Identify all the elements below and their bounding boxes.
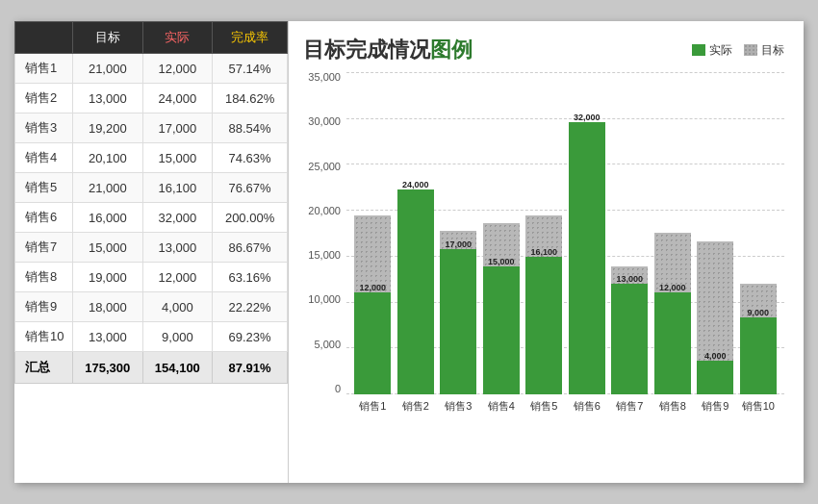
row-name: 销售10 — [15, 322, 73, 352]
x-label: 销售10 — [740, 394, 777, 418]
bar-actual-label: 16,100 — [530, 247, 557, 257]
y-label-0: 0 — [335, 384, 341, 394]
row-target: 19,200 — [73, 113, 143, 143]
row-actual: 9,000 — [142, 322, 213, 352]
x-labels: 销售1销售2销售3销售4销售5销售6销售7销售8销售9销售10 — [346, 394, 784, 418]
row-rate: 74.63% — [213, 143, 288, 173]
bar-wrapper: 13,000 — [611, 266, 648, 394]
legend-target-box — [744, 44, 757, 56]
bar-actual — [611, 284, 648, 394]
row-actual: 16,100 — [142, 173, 213, 203]
row-target: 18,000 — [73, 292, 143, 322]
bar-wrapper: 17,000 — [440, 231, 476, 394]
row-target: 20,100 — [73, 143, 143, 173]
bar-actual-label: 32,000 — [574, 113, 601, 122]
row-rate: 69.23% — [213, 322, 288, 352]
bar-group: 32,000 — [569, 122, 605, 394]
bar-actual — [697, 361, 733, 394]
y-label-35000: 35,000 — [308, 72, 341, 83]
x-label: 销售8 — [654, 394, 691, 418]
legend-actual: 实际 — [692, 42, 732, 59]
table-row: 销售1 21,000 12,000 57.14% — [15, 54, 288, 84]
x-label: 销售5 — [525, 394, 562, 418]
table-row: 销售7 15,000 13,000 86.67% — [15, 233, 288, 263]
row-actual: 15,000 — [142, 143, 213, 173]
table-row: 销售10 13,000 9,000 69.23% — [15, 322, 288, 352]
row-name: 销售7 — [15, 233, 73, 263]
bar-group: 15,000 — [483, 223, 520, 394]
col-header-name — [15, 22, 73, 54]
chart-area: 35,000 30,000 25,000 20,000 15,000 10,00… — [303, 72, 784, 418]
table-row: 销售9 18,000 4,000 22.22% — [15, 292, 288, 322]
bar-group: 12,000 — [354, 215, 391, 394]
y-label-15000: 15,000 — [308, 250, 341, 261]
row-actual: 17,000 — [142, 113, 213, 143]
row-actual: 12,000 — [142, 263, 213, 292]
row-rate: 76.67% — [213, 173, 288, 203]
bar-actual — [525, 257, 562, 394]
bar-wrapper: 32,000 — [569, 122, 605, 394]
legend-actual-box — [692, 44, 705, 56]
row-target: 15,000 — [73, 233, 143, 263]
col-header-actual: 实际 — [142, 22, 213, 54]
data-table: 目标 实际 完成率 销售1 21,000 12,000 57.14% 销售2 1… — [14, 21, 288, 384]
row-actual: 32,000 — [142, 203, 213, 233]
y-label-5000: 5,000 — [314, 340, 341, 350]
row-rate: 86.67% — [213, 233, 288, 263]
legend: 实际 目标 — [692, 42, 784, 59]
row-rate: 184.62% — [213, 84, 288, 113]
table-row: 销售3 19,200 17,000 88.54% — [15, 113, 288, 143]
x-label: 销售7 — [611, 394, 648, 418]
bar-actual — [654, 292, 691, 394]
bar-wrapper: 12,000 — [654, 233, 691, 394]
row-name: 销售6 — [15, 203, 73, 233]
row-name: 销售1 — [15, 54, 73, 84]
footer-rate: 87.91% — [213, 352, 288, 384]
row-rate: 63.16% — [213, 263, 288, 292]
col-header-rate: 完成率 — [213, 22, 288, 54]
x-label: 销售3 — [440, 394, 476, 418]
row-name: 销售9 — [15, 292, 73, 322]
table-row: 销售4 20,100 15,000 74.63% — [15, 143, 288, 173]
row-actual: 12,000 — [142, 54, 213, 84]
row-name: 销售2 — [15, 84, 73, 113]
chart-header: 目标完成情况图例 实际 目标 — [303, 36, 784, 64]
bar-actual — [483, 266, 520, 394]
legend-actual-label: 实际 — [709, 42, 732, 59]
legend-target-label: 目标 — [761, 42, 784, 59]
bar-actual-label: 15,000 — [488, 257, 515, 266]
table-row: 销售5 21,000 16,100 76.67% — [15, 173, 288, 203]
row-rate: 200.00% — [213, 203, 288, 233]
bar-group: 9,000 — [740, 284, 777, 394]
chart-section: 目标完成情况图例 实际 目标 35,000 30,000 25,000 20,0… — [289, 21, 804, 483]
table-row: 销售2 13,000 24,000 184.62% — [15, 84, 288, 113]
y-label-10000: 10,000 — [308, 294, 341, 305]
bar-group: 17,000 — [440, 231, 476, 394]
row-target: 13,000 — [73, 322, 143, 352]
bar-actual — [397, 189, 434, 394]
row-target: 16,000 — [73, 203, 143, 233]
bar-actual-label: 17,000 — [445, 239, 472, 249]
bar-actual-label: 24,000 — [402, 180, 429, 189]
bar-wrapper: 4,000 — [697, 241, 733, 394]
row-target: 21,000 — [73, 54, 143, 84]
y-label-25000: 25,000 — [308, 162, 341, 172]
bars-container: 12,00024,00017,00015,00016,10032,00013,0… — [346, 72, 784, 394]
chart-title: 目标完成情况图例 — [303, 36, 473, 64]
y-label-30000: 30,000 — [308, 116, 341, 127]
bar-wrapper: 9,000 — [740, 284, 777, 394]
col-header-target: 目标 — [73, 22, 143, 54]
bar-group: 4,000 — [697, 241, 733, 394]
bar-actual — [354, 292, 391, 394]
row-rate: 88.54% — [213, 113, 288, 143]
bar-actual — [569, 122, 605, 394]
y-label-20000: 20,000 — [308, 206, 341, 216]
row-name: 销售8 — [15, 263, 73, 292]
bar-wrapper: 15,000 — [483, 223, 520, 394]
chart-title-highlight: 图例 — [430, 38, 473, 62]
x-label: 销售1 — [354, 394, 391, 418]
row-target: 13,000 — [73, 84, 143, 113]
x-label: 销售6 — [569, 394, 605, 418]
row-actual: 4,000 — [142, 292, 213, 322]
legend-target: 目标 — [744, 42, 784, 59]
